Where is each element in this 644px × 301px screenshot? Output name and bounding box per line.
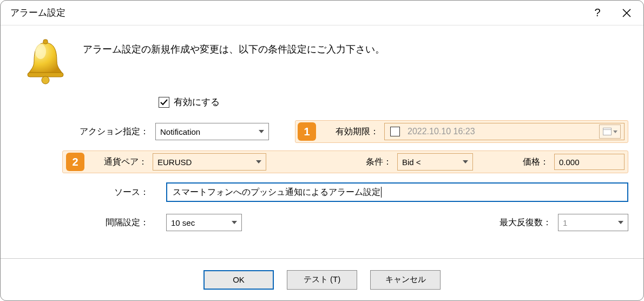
maxreps-value: 1 [563,218,567,227]
price-value: 0.000 [559,158,580,167]
source-input[interactable]: スマートフォンへのプッシュ通知によるアラーム設定 [166,182,628,202]
interval-label: 間隔設定： [62,217,149,228]
ok-button[interactable]: OK [203,270,274,290]
maxreps-select[interactable]: 1 [558,214,628,231]
chevron-down-icon [259,130,264,133]
action-value: Notification [160,127,200,136]
condition-value: Bid < [402,158,421,167]
pair-select[interactable]: EURUSD [153,153,266,171]
close-icon [622,8,632,18]
interval-value: 10 sec [171,218,195,227]
interval-select[interactable]: 10 sec [166,214,242,231]
close-button[interactable] [612,1,641,25]
svg-point-1 [42,76,49,84]
expiry-label: 有効期限： [325,126,379,138]
chevron-down-icon [232,221,237,224]
action-select[interactable]: Notification [155,123,269,140]
svg-point-3 [35,44,46,59]
maxreps-label: 最大反復数： [487,217,551,228]
badge-2: 2 [66,153,84,171]
pair-value: EURUSD [157,158,192,167]
intro-text: アラーム設定の新規作成や変更は、以下の条件設定にご入力下さい。 [83,43,385,56]
action-label: アクション指定： [62,126,149,138]
chevron-down-icon [463,160,468,163]
chevron-down-icon [618,221,623,224]
expiry-value: 2022.10.10 16:23 [408,127,592,136]
dialog-content: アラーム設定の新規作成や変更は、以下の条件設定にご入力下さい。 有効にする アク… [1,25,643,258]
test-label: テスト (T) [304,274,340,285]
question-icon: ? [594,6,600,19]
alarm-settings-dialog: アラーム設定 ? [0,0,644,301]
window-title: アラーム設定 [10,6,583,19]
enable-label: 有効にする [174,96,220,108]
chevron-down-icon [613,130,617,133]
calendar-button[interactable] [599,125,621,139]
check-icon [160,98,168,107]
titlebar: アラーム設定 ? [1,1,643,25]
price-label: 価格： [516,156,549,168]
test-button[interactable]: テスト (T) [287,270,357,290]
badge-1: 1 [298,122,316,141]
condition-label: 条件： [359,156,392,168]
svg-rect-2 [43,40,48,44]
source-label: ソース： [62,187,149,198]
condition-select[interactable]: Bid < [397,153,473,171]
cancel-label: キャンセル [385,274,426,285]
ok-label: OK [233,275,245,284]
text-caret [381,187,382,198]
pair-label: 通貨ペア： [93,156,147,168]
bell-icon [21,38,70,86]
enable-checkbox[interactable] [159,97,169,108]
expiry-checkbox[interactable] [390,127,400,136]
cancel-button[interactable]: キャンセル [370,270,441,290]
calendar-icon [603,128,612,135]
dialog-footer: OK テスト (T) キャンセル [1,258,643,300]
price-input[interactable]: 0.000 [554,154,625,170]
source-value: スマートフォンへのプッシュ通知によるアラーム設定 [173,187,380,198]
expiry-field[interactable]: 2022.10.10 16:23 [384,123,625,140]
chevron-down-icon [256,160,261,163]
help-button[interactable]: ? [583,1,612,25]
